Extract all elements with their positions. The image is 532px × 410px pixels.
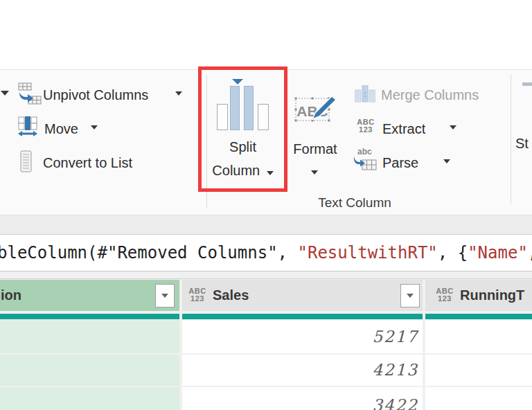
column-header-selected[interactable]: ion [0, 280, 179, 311]
chevron-down-icon [407, 294, 414, 298]
column-header-label: Sales [213, 286, 249, 304]
unpivot-columns-label: Unpivot Columns [43, 86, 148, 104]
header-accent-bar [182, 314, 423, 319]
header-accent-bar [0, 314, 179, 319]
column-header-runningtotal[interactable]: ABC 123 RunningT [425, 280, 532, 311]
column-header-sales[interactable]: ABC 123 Sales [182, 280, 423, 311]
table-cell-sales[interactable]: 5217 [182, 320, 423, 353]
column-header-label: RunningT [460, 286, 524, 304]
filter-dropdown-button[interactable] [155, 284, 175, 308]
table-cell[interactable] [0, 387, 179, 410]
column-header-label: ion [1, 286, 21, 304]
move-label: Move [44, 120, 78, 138]
next-group-partial-label: St [515, 134, 529, 152]
ribbon-lower-strip [0, 215, 532, 234]
merge-columns-label: Merge Columns [381, 86, 479, 104]
table-cell[interactable] [425, 387, 532, 410]
highlight-box [198, 66, 287, 192]
table-cell[interactable] [425, 355, 532, 386]
grid-top-border [0, 278, 532, 279]
data-preview-grid: ion ABC 123 Sales ABC 123 RunningT [0, 271, 532, 410]
chevron-down-icon [450, 125, 456, 130]
table-cell-sales[interactable]: 4213 [182, 355, 423, 386]
convert-to-list-label: Convert to List [43, 154, 132, 172]
partial-icon-fragment [522, 82, 532, 86]
formula-bar[interactable]: bleColumn(#"Removed Columns", "Resultwit… [0, 234, 532, 271]
power-query-window: Unpivot Columns Move Convert to List Spl… [0, 0, 532, 410]
chevron-down-icon [161, 294, 168, 298]
format-button[interactable]: ABC Format [290, 76, 341, 187]
abc-123-type-icon[interactable]: ABC 123 [187, 287, 208, 303]
chevron-down-icon [91, 125, 98, 130]
table-cell[interactable] [425, 320, 532, 353]
ribbon-group-separator [511, 75, 511, 204]
formula-text: bleColumn(#"Removed Columns", "Resultwit… [0, 235, 532, 271]
table-cell[interactable] [0, 320, 179, 353]
chevron-down-icon [175, 91, 182, 96]
chevron-down-icon [443, 159, 450, 163]
text-column-group-label: Text Column [296, 195, 414, 211]
abc-123-type-icon[interactable]: ABC 123 [434, 287, 455, 303]
chevron-down-icon [311, 170, 318, 175]
table-cell[interactable] [0, 355, 179, 386]
extract-label: Extract [382, 120, 425, 138]
format-icon: ABC [292, 90, 337, 126]
chevron-down-icon[interactable] [1, 91, 9, 96]
table-cell-sales[interactable]: 3422 [182, 387, 423, 410]
filter-dropdown-button[interactable] [400, 284, 420, 308]
header-accent-bar [425, 314, 532, 319]
format-label: Format [290, 140, 341, 158]
parse-label: Parse [382, 154, 418, 172]
